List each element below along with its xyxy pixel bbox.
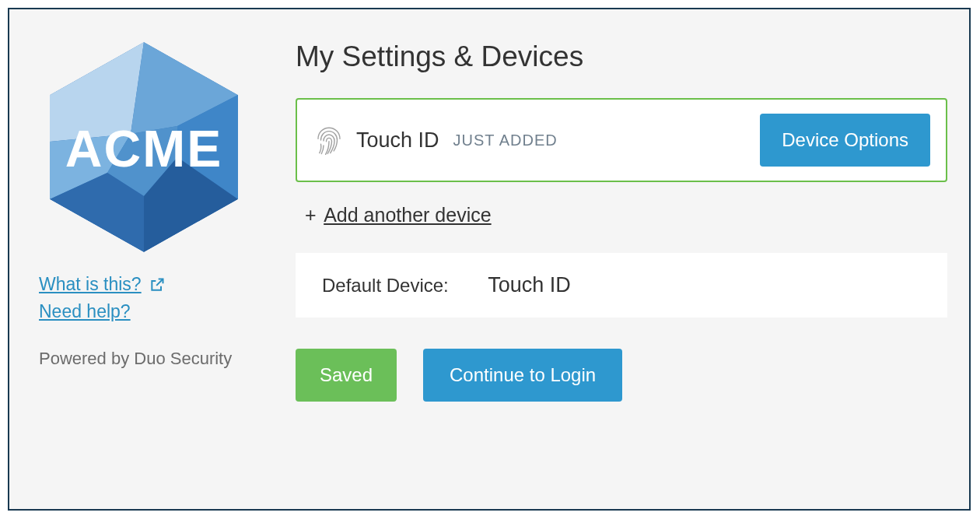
what-is-this-link[interactable]: What is this? [39, 274, 165, 295]
default-device-value: Touch ID [488, 273, 571, 297]
brand-logo: ACME [39, 40, 249, 254]
acme-hex-icon: ACME [45, 40, 243, 254]
default-device-label: Default Device: [322, 275, 449, 296]
what-is-this-label: What is this? [39, 274, 142, 295]
page-title: My Settings & Devices [296, 40, 947, 73]
device-options-button[interactable]: Device Options [760, 114, 930, 167]
add-another-device-link[interactable]: + Add another device [305, 204, 947, 226]
device-card: Touch ID JUST ADDED Device Options [296, 98, 947, 182]
powered-by-text: Powered by Duo Security [39, 349, 232, 369]
device-status-badge: JUST ADDED [453, 132, 558, 149]
app-frame: ACME What is this? Need help? Powered by… [8, 8, 971, 511]
need-help-link[interactable]: Need help? [39, 301, 131, 322]
fingerprint-icon [313, 124, 345, 156]
continue-to-login-button[interactable]: Continue to Login [423, 349, 622, 402]
device-name: Touch ID [356, 128, 439, 153]
main-content: My Settings & Devices Touch ID JUST ADDE… [280, 36, 947, 483]
default-device-panel: Default Device: Touch ID [296, 253, 947, 318]
action-buttons: Saved Continue to Login [296, 349, 947, 402]
saved-button[interactable]: Saved [296, 349, 397, 402]
external-link-icon [149, 277, 165, 293]
plus-icon: + [305, 204, 317, 226]
add-device-label: Add another device [324, 204, 491, 226]
svg-text:ACME: ACME [65, 120, 222, 177]
sidebar: ACME What is this? Need help? Powered by… [39, 36, 280, 483]
need-help-label: Need help? [39, 301, 131, 322]
